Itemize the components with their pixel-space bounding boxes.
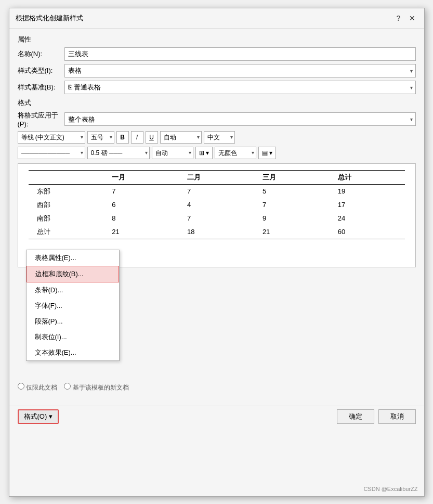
style-base-row: 样式基准(B): ⎘ 普通表格 ▾ — [18, 81, 416, 94]
table-header-cell — [29, 170, 104, 184]
table-cell: 21 — [103, 225, 179, 239]
dropdown-item[interactable]: 条带(D)... — [27, 282, 119, 298]
dialog-title: 根据格式化创建新样式 — [16, 14, 83, 23]
preview-table: 一月 二月 三月 总计 东部77519西部64717南部87924总计21182… — [29, 170, 405, 239]
dialog-body: 属性 名称(N): 样式类型(I): 表格 ▾ 样式基准(B): ⎘ 普通表格 … — [9, 29, 424, 404]
table-cell: 18 — [179, 225, 254, 239]
lang-select[interactable]: 中文 — [204, 131, 235, 144]
name-input[interactable] — [64, 47, 416, 61]
border-line-wrap: ─────────── ▾ — [18, 147, 85, 159]
dropdown-item[interactable]: 表格属性(E)... — [27, 250, 119, 266]
dropdown-item[interactable]: 字体(F)... — [27, 298, 119, 314]
table-row: 东部77519 — [29, 184, 405, 198]
new-doc-radio[interactable] — [64, 383, 71, 390]
apply-select-wrap: 整个表格 ▾ — [64, 112, 416, 126]
help-button[interactable]: ? — [393, 12, 404, 24]
name-row: 名称(N): — [18, 47, 416, 61]
bottom-area: 表格属性(E)...边框和底纹(B)...条带(D)...字体(F)...段落(… — [18, 273, 416, 397]
table-row: 总计21182160 — [29, 225, 405, 239]
format-section-label: 格式 — [18, 98, 416, 108]
title-controls: ? ✕ — [393, 12, 418, 24]
font-family-wrap: 等线 (中文正文) ▾ — [18, 131, 85, 144]
name-label: 名称(N): — [18, 49, 64, 59]
table-header-row: 一月 二月 三月 总计 — [29, 170, 405, 184]
table-header-cell: 一月 — [103, 170, 179, 184]
table-header-cell: 总计 — [330, 170, 405, 184]
dropdown-item[interactable]: 边框和底纹(B)... — [27, 266, 119, 282]
footer-left: 格式(O) ▾ — [18, 409, 59, 424]
close-button[interactable]: ✕ — [406, 12, 418, 24]
lang-wrap: 中文 ▾ — [204, 131, 235, 144]
style-type-row: 样式类型(I): 表格 ▾ — [18, 64, 416, 77]
only-doc-radio[interactable] — [18, 383, 24, 390]
ok-button[interactable]: 确定 — [337, 409, 374, 424]
font-color-wrap: 自动 ▾ — [160, 131, 202, 144]
bold-button[interactable]: B — [116, 131, 129, 144]
table-header-cell: 二月 — [179, 170, 254, 184]
table-cell: 南部 — [29, 212, 104, 225]
table-cell: 60 — [330, 225, 405, 239]
table-cell: 东部 — [29, 184, 104, 198]
table-cell: 17 — [330, 198, 405, 212]
template-info: 仅限此文档 基于该模板的新文档 — [18, 383, 129, 392]
table-cell: 7 — [179, 184, 254, 198]
style-base-select[interactable]: ⎘ 普通表格 — [64, 81, 416, 94]
table-header-cell: 三月 — [254, 170, 330, 184]
dropdown-item[interactable]: 段落(P)... — [27, 314, 119, 329]
style-base-select-wrap: ⎘ 普通表格 ▾ — [64, 81, 416, 94]
font-family-select[interactable]: 等线 (中文正文) — [18, 131, 85, 144]
underline-button[interactable]: U — [146, 131, 158, 144]
table-row: 南部87924 — [29, 212, 405, 225]
fill-color-wrap: 无颜色 ▾ — [215, 147, 256, 159]
border-width-select[interactable]: 0.5 磅 ─── — [87, 147, 150, 159]
format-dropdown-arrow-icon: ▾ — [49, 412, 53, 420]
title-bar: 根据格式化创建新样式 ? ✕ — [9, 8, 424, 29]
table-cell: 5 — [254, 184, 330, 198]
border-color-select[interactable]: 自动 — [152, 147, 193, 159]
table-cell: 7 — [179, 212, 254, 225]
table-cell: 7 — [103, 184, 179, 198]
format-btn-wrap: 格式(O) ▾ — [18, 409, 59, 424]
table-cell: 24 — [330, 212, 405, 225]
style-type-label: 样式类型(I): — [18, 66, 64, 75]
fill-pattern-button[interactable]: ▤ ▾ — [258, 147, 276, 159]
table-cell: 21 — [254, 225, 330, 239]
style-type-select[interactable]: 表格 — [64, 64, 416, 77]
style-base-label: 样式基准(B): — [18, 83, 64, 92]
font-color-select[interactable]: 自动 — [160, 131, 202, 144]
new-doc-radio-label: 基于该模板的新文档 — [64, 384, 128, 391]
table-cell: 9 — [254, 212, 330, 225]
table-row: 西部64717 — [29, 198, 405, 212]
fill-color-select[interactable]: 无颜色 — [215, 147, 256, 159]
border-width-wrap: 0.5 磅 ─── ▾ — [87, 147, 150, 159]
table-cell: 4 — [179, 198, 254, 212]
font-toolbar: 等线 (中文正文) ▾ 五号 ▾ B I U 自动 ▾ 中文 — [18, 131, 416, 144]
properties-section-label: 属性 — [18, 35, 416, 44]
table-cell: 总计 — [29, 225, 104, 239]
font-size-select[interactable]: 五号 — [87, 131, 114, 144]
footer-bar: 格式(O) ▾ 确定 取消 — [9, 406, 424, 427]
dropdown-item[interactable]: 文本效果(E)... — [27, 345, 119, 360]
table-cell: 8 — [103, 212, 179, 225]
border-color-wrap: 自动 ▾ — [152, 147, 193, 159]
format-dropdown-menu: 表格属性(E)...边框和底纹(B)...条带(D)...字体(F)...段落(… — [26, 250, 120, 361]
only-doc-radio-label: 仅限此文档 — [18, 384, 59, 391]
apply-row: 将格式应用于(P): 整个表格 ▾ — [18, 111, 416, 128]
italic-button[interactable]: I — [131, 131, 143, 144]
table-cell: 西部 — [29, 198, 104, 212]
footer-right: 确定 取消 — [337, 409, 416, 424]
watermark: CSDN @ExcaliburZZ — [363, 486, 417, 492]
format-button-label: 格式(O) — [24, 412, 47, 421]
border-toolbar: ─────────── ▾ 0.5 磅 ─── ▾ 自动 ▾ ⊞ ▾ 无颜色 — [18, 147, 416, 159]
border-line-select[interactable]: ─────────── — [18, 147, 85, 159]
table-cell: 7 — [254, 198, 330, 212]
format-button[interactable]: 格式(O) ▾ — [18, 409, 59, 424]
font-size-wrap: 五号 ▾ — [87, 131, 114, 144]
dropdown-item[interactable]: 制表位(I)... — [27, 329, 119, 345]
apply-select[interactable]: 整个表格 — [64, 112, 416, 126]
apply-label: 将格式应用于(P): — [18, 111, 64, 128]
table-cell: 6 — [103, 198, 179, 212]
cancel-button[interactable]: 取消 — [378, 409, 416, 424]
style-type-select-wrap: 表格 ▾ — [64, 64, 416, 77]
border-grid-button[interactable]: ⊞ ▾ — [195, 147, 213, 159]
